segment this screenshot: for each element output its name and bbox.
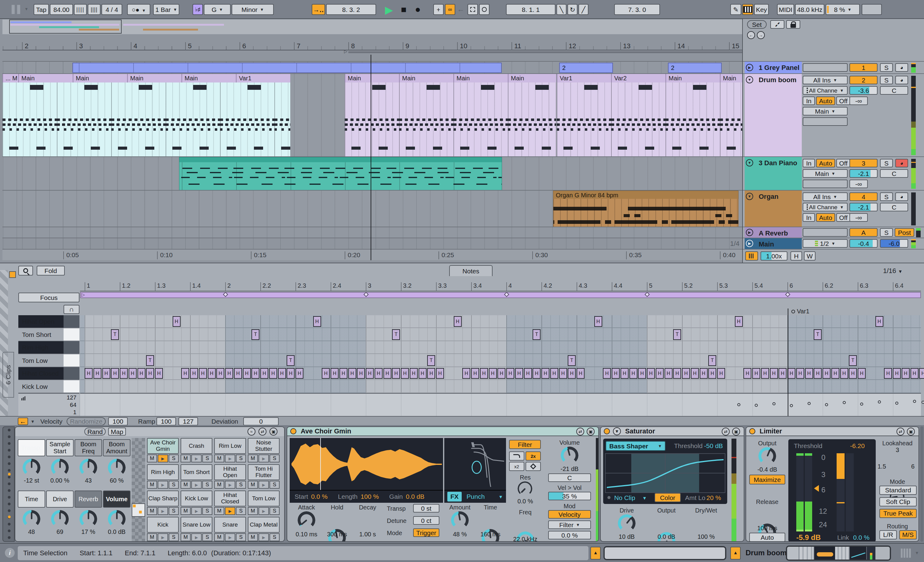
monitor-auto[interactable]: Auto [816,213,835,222]
pad-solo-button[interactable]: S [169,481,179,489]
filter-display[interactable] [444,438,506,490]
drum-pad-label[interactable]: Clap Sharp [147,490,179,507]
length-value[interactable]: 100 % [360,493,379,500]
pad-mute-button[interactable]: M [181,507,190,515]
pad-solo-button[interactable]: S [202,533,212,541]
macro-knob[interactable] [51,510,69,528]
velocity-marker[interactable] [860,403,863,406]
re-enable-automation-icon[interactable]: ← [457,5,465,13]
save-preset-icon[interactable]: ▣ [907,428,915,436]
midi-note[interactable]: H [234,368,242,379]
midi-note[interactable]: T [568,355,576,366]
freq-value[interactable]: 22.0 kHz [508,536,543,542]
search-button[interactable] [18,266,33,276]
res-knob[interactable] [518,481,532,496]
clip-label[interactable]: Main [18,74,73,82]
clip-color-swatch[interactable] [9,271,16,278]
midi-map-mode-button[interactable]: MIDI [777,4,794,15]
tap-tempo-button[interactable]: Tap [34,4,49,15]
drum-pad-label[interactable]: Ave Choir Gmin [147,438,179,454]
sample-waveform-display[interactable] [290,438,443,490]
midi-note[interactable]: T [392,329,400,340]
track-activator[interactable]: 1 [849,63,878,72]
mod-source-button[interactable]: Velocity [548,510,591,519]
automation-arm-button[interactable]: + [433,4,444,15]
midi-note[interactable]: H [568,368,576,379]
drum-pad-label[interactable]: Hihat Closed [214,490,246,507]
midi-note[interactable]: T [849,355,857,366]
pad-play-button[interactable] [225,533,235,541]
clip-group-drums-mid[interactable]: Main Main Main Main [345,74,556,157]
midi-note[interactable]: H [805,368,813,379]
midi-note[interactable]: H [260,368,268,379]
pad-play-button[interactable] [191,454,201,462]
midi-note[interactable]: H [418,368,426,379]
previous-locator-button[interactable]: ← [747,31,755,39]
monitor-auto[interactable]: Auto [816,96,835,105]
drum-pad-label[interactable]: Crash [181,438,212,454]
midi-note[interactable]: H [436,368,444,379]
velocity-lane[interactable] [80,393,921,416]
drum-pad[interactable]: Hihat Closed M S [214,490,246,515]
midi-note[interactable]: T [252,329,260,340]
midi-note[interactable]: H [190,368,198,379]
pad-mute-button[interactable]: M [181,533,190,541]
midi-note[interactable]: H [471,368,479,379]
show-hide-devices-button[interactable]: ▼ [730,547,741,559]
drum-pad-label[interactable]: Tom Low [248,490,280,507]
drum-pad[interactable]: Tom Short M S [181,464,212,489]
drum-pad[interactable]: Tom Low M S [248,490,280,515]
macro-control[interactable]: Sample Start 0.00 % [46,439,74,484]
midi-note[interactable]: H [664,368,672,379]
midi-note[interactable]: H [638,368,646,379]
volume-display[interactable]: -2.1 [849,169,878,178]
chevron-down-icon[interactable]: ▼ [642,495,647,501]
pad-play-button[interactable] [158,533,168,541]
pad-play-button[interactable] [258,533,268,541]
fit-width-button[interactable]: W [804,251,816,261]
device-simpler[interactable]: Ave Choir Gmin ⇄ ▣ Start 0.0 % Length 10… [286,426,599,542]
fold-device-icon[interactable]: ▼ [613,427,621,435]
monitor-auto[interactable]: Auto [816,159,835,167]
track-header-drum-boom[interactable]: Drum boom ▼ All Ins All Channe In Auto O… [743,73,924,156]
send-a-display[interactable]: -∞ [849,96,868,105]
computer-midi-keyboard-button[interactable] [742,4,753,15]
routing-button[interactable]: L/R [879,530,897,540]
fx-mode-select[interactable]: Punch [466,493,485,500]
drum-rack-io-strip[interactable] [3,426,15,542]
clip-label[interactable]: Organ G Minor 84 bpm [556,192,618,199]
drum-pad[interactable]: Noise Stutter M S [248,438,280,462]
filter-slope-2x-icon[interactable]: 2x [525,451,541,461]
midi-note[interactable]: H [138,368,146,379]
midi-note[interactable]: H [252,368,260,379]
routing-button[interactable]: M/S [899,530,916,540]
clip-label[interactable]: Var2 [611,74,666,82]
drum-row-name[interactable]: Hihat Open [18,315,63,328]
midi-note[interactable]: H [348,368,356,379]
loop-start-marker-icon[interactable]: ▷ [344,49,347,54]
velocity-marker[interactable] [737,403,740,406]
lock-envelopes-button[interactable] [786,20,800,29]
midi-note[interactable]: T [427,355,435,366]
note-row-tom-short[interactable]: TTTTTT [80,328,921,342]
fold-track-icon[interactable]: ▼ [746,159,753,166]
clip-label[interactable]: ... M [3,74,18,82]
drum-pad[interactable]: Hihat Open M S [214,464,246,489]
midi-note[interactable]: H [673,368,681,379]
mode-button[interactable]: True Peak [879,509,916,518]
midi-note[interactable]: H [93,368,102,379]
midi-note[interactable]: H [313,316,321,327]
hot-swap-icon[interactable]: ⇄ [576,428,584,436]
pad-mute-button[interactable]: M [248,533,258,541]
record-button[interactable]: ● [415,4,421,15]
clip-label[interactable]: Main [127,74,182,82]
macro-knob[interactable] [108,459,126,477]
macro-knob[interactable] [51,459,69,477]
macro-knob[interactable] [108,510,126,528]
pad-solo-button[interactable]: S [236,454,246,462]
solo-button[interactable]: S [880,159,893,167]
output-select[interactable]: Main [803,107,848,115]
pad-solo-button[interactable]: S [169,533,179,541]
device-on-led[interactable] [290,428,296,434]
arm-button-armed[interactable]: ◕ [895,159,908,167]
